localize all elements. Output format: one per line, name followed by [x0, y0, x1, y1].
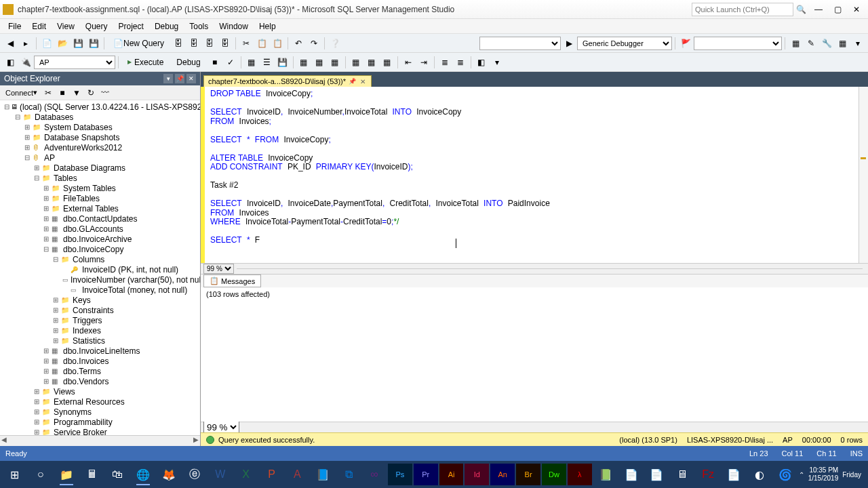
app-icon[interactable]: 📄 [644, 464, 669, 485]
back-button[interactable]: ◀ [3, 36, 18, 51]
results-file-icon[interactable]: 💾 [275, 55, 290, 70]
refresh-icon[interactable]: ↻ [85, 87, 97, 99]
expand-icon[interactable]: ⊞ [33, 388, 41, 396]
clock[interactable]: 10:35 PM 1/15/2019 [808, 466, 839, 483]
group-icon[interactable]: ◧ [3, 55, 18, 70]
help-icon[interactable]: ❔ [328, 36, 342, 51]
quick-launch-input[interactable] [692, 3, 793, 16]
tree-node[interactable]: ⊞Service Broker [1, 427, 199, 435]
collapse-icon[interactable]: ⊟ [4, 103, 9, 111]
chrome-icon[interactable]: 🌐 [131, 464, 155, 485]
acrobat-icon[interactable]: λ [568, 464, 592, 485]
expand-icon[interactable]: ⊞ [42, 225, 50, 233]
word-icon[interactable]: W [208, 464, 233, 485]
tree-node[interactable]: ⊞Statistics [1, 336, 199, 346]
change-conn-icon[interactable]: 🔌 [18, 55, 33, 70]
debug-button[interactable]: Debug [170, 55, 206, 70]
pin-icon[interactable]: 📌 [175, 74, 184, 83]
excel-icon[interactable]: X [234, 464, 258, 485]
app-icon[interactable]: 📘 [311, 464, 335, 485]
tree-node[interactable]: ⊞dbo.InvoiceLineItems [1, 346, 199, 356]
menu-debug[interactable]: Debug [149, 20, 184, 33]
close-tab-icon[interactable]: ✕ [359, 78, 367, 85]
tree-node[interactable]: InvoiceID (PK, int, not null) [1, 264, 199, 274]
expand-icon[interactable]: ⊞ [52, 317, 60, 325]
app-icon[interactable]: 📄 [619, 464, 644, 485]
dreamweaver-icon[interactable]: Dw [542, 464, 566, 485]
expand-icon[interactable]: ⊞ [42, 195, 50, 203]
debug-start-icon[interactable]: ▶ [561, 36, 576, 51]
expand-icon[interactable]: ⊞ [42, 235, 50, 243]
app-icon[interactable]: 📄 [722, 464, 746, 485]
expand-icon[interactable]: ⊞ [42, 357, 50, 365]
more-icon[interactable]: ▾ [490, 55, 505, 70]
expand-icon[interactable]: ⊞ [23, 134, 31, 142]
tree-node[interactable]: ⊞Constraints [1, 305, 199, 315]
client-stats-icon[interactable]: ▦ [380, 55, 395, 70]
tool-icon[interactable]: ▦ [788, 36, 803, 51]
save-icon[interactable]: 💾 [71, 36, 85, 51]
animate-icon[interactable]: An [490, 464, 515, 485]
tree-node[interactable]: ⊟AP [1, 152, 199, 163]
tree-node[interactable]: ⊞Synonyms [1, 407, 199, 417]
filezilla-icon[interactable]: Fz [696, 464, 720, 485]
indent-less-icon[interactable]: ⇤ [401, 55, 416, 70]
dropdown-icon[interactable]: ▾ [163, 74, 173, 83]
search-icon[interactable]: 🔍 [796, 5, 806, 14]
start-button[interactable]: ⊞ [3, 464, 27, 485]
save-all-icon[interactable]: 💾 [86, 36, 101, 51]
menu-tools[interactable]: Tools [184, 20, 214, 33]
copy-icon[interactable]: 📋 [254, 36, 269, 51]
db-query-icon-2[interactable]: 🗄 [186, 36, 201, 51]
premiere-icon[interactable]: Pr [414, 464, 438, 485]
expand-icon[interactable]: ⊞ [33, 164, 41, 172]
connect-button[interactable]: Connect ▾ [3, 88, 40, 97]
edge-icon[interactable]: ⓔ [182, 464, 207, 485]
powerpoint-icon[interactable]: P [260, 464, 284, 485]
zoom-dropdown[interactable]: 99 % [203, 264, 234, 274]
file-explorer-icon[interactable]: 📁 [54, 464, 79, 485]
uncomment-icon[interactable]: ▦ [312, 55, 327, 70]
show-plan-icon[interactable]: ▦ [349, 55, 363, 70]
tree-node[interactable]: ⊞dbo.Vendors [1, 376, 199, 386]
tool-icon[interactable]: ▦ [835, 36, 850, 51]
flag-icon[interactable]: 🚩 [678, 36, 693, 51]
stop-icon[interactable]: ■ [56, 87, 68, 99]
editor-tab[interactable]: chapter7-textbook-a...S8920-D\lisaj (53)… [203, 75, 372, 87]
menu-project[interactable]: Project [113, 20, 149, 33]
tree-node[interactable]: ⊞dbo.GLAccounts [1, 224, 199, 234]
open-icon[interactable]: 📂 [55, 36, 70, 51]
tray-up-icon[interactable]: ⌃ [799, 471, 804, 479]
expand-icon[interactable]: ⊞ [42, 347, 50, 355]
pulse-icon[interactable]: 〰 [99, 87, 111, 99]
indent-more-icon[interactable]: ⇥ [416, 55, 431, 70]
app-icon[interactable]: 📗 [593, 464, 618, 485]
expand-icon[interactable]: ⊞ [33, 418, 41, 426]
bridge-icon[interactable]: Br [516, 464, 540, 485]
illustrator-icon[interactable]: Ai [439, 464, 464, 485]
maximize-button[interactable]: ▢ [829, 3, 846, 16]
app-icon[interactable]: 🌀 [773, 464, 797, 485]
tree-node[interactable]: ⊞External Resources [1, 396, 199, 407]
parse-icon[interactable]: ✓ [223, 55, 238, 70]
expand-icon[interactable]: ⊞ [42, 378, 50, 386]
tree-node[interactable]: ⊞System Databases [1, 122, 199, 132]
collapse-icon[interactable]: ⊟ [33, 174, 41, 182]
expand-icon[interactable]: ⊞ [42, 367, 50, 375]
menu-edit[interactable]: Edit [26, 20, 52, 33]
tree-node[interactable]: ⊞Database Snapshots [1, 132, 199, 142]
app-icon[interactable]: 🖥 [670, 464, 694, 485]
collapse-icon[interactable]: ⊟ [23, 154, 31, 162]
firefox-icon[interactable]: 🦊 [157, 464, 181, 485]
access-icon[interactable]: A [285, 464, 309, 485]
db-query-icon-3[interactable]: 🗄 [202, 36, 217, 51]
tree-node[interactable]: InvoiceNumber (varchar(50), not null) [1, 274, 199, 285]
collapse-icon[interactable]: ⊟ [14, 113, 22, 121]
expand-icon[interactable]: ⊞ [42, 215, 50, 223]
execute-button[interactable]: ▶Execute [121, 55, 170, 70]
expand-icon[interactable]: ⊞ [33, 428, 41, 436]
extra-dropdown[interactable] [694, 37, 782, 50]
messages-panel[interactable]: (103 rows affected) [201, 287, 868, 422]
menu-view[interactable]: View [52, 20, 80, 33]
expand-icon[interactable]: ⊞ [52, 306, 60, 314]
